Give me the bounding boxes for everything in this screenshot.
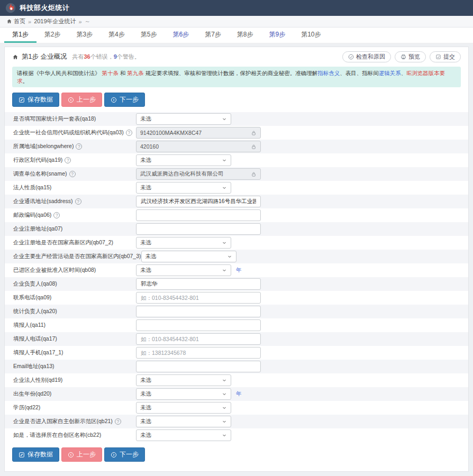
field-control: 未选 bbox=[136, 402, 231, 414]
button-label: 上一步 bbox=[77, 450, 96, 459]
qa11-input[interactable] bbox=[136, 319, 261, 331]
qa17-input[interactable] bbox=[136, 333, 261, 345]
selected-value: 未选 bbox=[140, 115, 151, 123]
notice-text: 和 bbox=[119, 70, 127, 76]
qa06-input[interactable] bbox=[136, 209, 261, 221]
field-label-qa09: 联系电话(qa09) bbox=[13, 294, 136, 301]
field-control bbox=[136, 209, 261, 221]
qa09-input[interactable] bbox=[136, 292, 261, 304]
torch-logo-icon bbox=[5, 3, 16, 13]
form-row-qa09: 联系电话(qa09) bbox=[5, 291, 468, 305]
label-text: 企业负责人(qa08) bbox=[13, 280, 57, 288]
form-row-qa18: 是否填写国家统计局一套表(qa18)未选 bbox=[5, 112, 468, 126]
field-control: 未选 bbox=[136, 182, 231, 194]
printer-button[interactable]: 预览 bbox=[395, 51, 426, 62]
tab-step-7[interactable]: 第7步 bbox=[197, 28, 229, 43]
qb07_3-select[interactable]: 未选 bbox=[141, 251, 236, 262]
help-icon[interactable]: ? bbox=[126, 130, 132, 136]
field-control bbox=[136, 278, 261, 290]
tab-step-1[interactable]: 第1步 bbox=[4, 28, 37, 43]
qa19-select[interactable]: 未选 bbox=[136, 154, 231, 166]
notice-text: 、表目、指标间 bbox=[340, 70, 379, 76]
help-icon[interactable]: ? bbox=[115, 418, 121, 425]
qa15-select[interactable]: 未选 bbox=[136, 182, 231, 194]
help-icon[interactable]: ? bbox=[65, 157, 71, 163]
notice-text: 、 bbox=[401, 70, 407, 76]
field-control bbox=[136, 333, 261, 345]
breadcrumb-home[interactable]: 首页 bbox=[6, 17, 25, 25]
prev-step-button[interactable]: 上一步 bbox=[61, 93, 102, 107]
label-text: 调查单位名称(sname) bbox=[13, 170, 67, 178]
next-step-button[interactable]: 下一步 bbox=[104, 447, 145, 462]
tab-step-10[interactable]: 第10步 bbox=[293, 28, 329, 43]
field-label-qa15: 法人性质(qa15) bbox=[13, 184, 136, 191]
label-text: 已进区企业被批准入区时间(qb08) bbox=[13, 267, 96, 274]
form-row-qa19: 行政区划代码(qa19)?未选 bbox=[5, 153, 468, 167]
next-step-button[interactable]: 下一步 bbox=[104, 93, 145, 107]
step-tabs: 第1步第2步第3步第4步第5步第6步第7步第8步第9步第10步 bbox=[0, 28, 473, 43]
prev-step-button[interactable]: 上一步 bbox=[61, 447, 102, 462]
field-control bbox=[136, 223, 261, 235]
label-text: 企业通讯地址(saddress) bbox=[13, 198, 73, 205]
button-label: 下一步 bbox=[120, 450, 139, 459]
qd19-select[interactable]: 未选 bbox=[136, 374, 231, 386]
label-text: 企业注册地是否在国家高新区内(qb07_2) bbox=[13, 239, 113, 246]
notice-link[interactable]: 指标含义 bbox=[317, 70, 340, 76]
tab-step-4[interactable]: 第4步 bbox=[101, 28, 133, 43]
qa17_1-input[interactable] bbox=[136, 347, 261, 359]
field-label-qa19: 行政区划代码(qa19)? bbox=[13, 157, 136, 164]
tab-step-2[interactable]: 第2步 bbox=[37, 28, 69, 43]
form-row-sbelongwhere: 所属地域(sbelongwhere)?420160 bbox=[5, 140, 468, 153]
qa13-input[interactable] bbox=[136, 361, 261, 372]
field-control bbox=[136, 292, 261, 304]
help-icon[interactable]: ? bbox=[76, 143, 82, 150]
qa20-input[interactable] bbox=[136, 306, 261, 317]
field-label-qd20: 出生年份(qd20) bbox=[13, 390, 136, 398]
lock-icon bbox=[251, 171, 257, 177]
cb22-select[interactable]: 未选 bbox=[136, 429, 231, 441]
form-row-saddress: 企业通讯地址(saddress)? bbox=[5, 195, 468, 208]
qd22-select[interactable]: 未选 bbox=[136, 402, 231, 414]
selected-value: 未选 bbox=[140, 157, 151, 164]
selected-value: 未选 bbox=[140, 239, 151, 246]
notice-link[interactable]: 逻辑关系 bbox=[379, 70, 401, 76]
save-data-button[interactable]: 保存数据 bbox=[12, 447, 59, 462]
label-text: 填报人手机(qa17_1) bbox=[13, 349, 63, 356]
help-icon[interactable]: ? bbox=[53, 212, 60, 218]
field-label-qb07_2: 企业注册地是否在国家高新区内(qb07_2) bbox=[13, 239, 136, 246]
form-row-qb08: 已进区企业被批准入区时间(qb08)未选年 bbox=[5, 263, 468, 277]
qb21-select[interactable]: 未选 bbox=[136, 416, 231, 427]
label-text: 企业法人性别(qd19) bbox=[13, 377, 62, 384]
check-circle-button[interactable]: 检查和原因 bbox=[342, 51, 391, 62]
field-control: 未选年 bbox=[136, 264, 242, 276]
field-label-cb22: 如是，请选择所在自创区名称(cb22) bbox=[13, 432, 136, 439]
lock-icon bbox=[251, 144, 257, 150]
tab-step-6[interactable]: 第6步 bbox=[165, 28, 197, 43]
help-icon[interactable]: ? bbox=[75, 198, 81, 205]
tab-step-9[interactable]: 第9步 bbox=[261, 28, 294, 43]
form-row-qa06: 邮政编码(qa06)? bbox=[5, 208, 468, 222]
qa18-select[interactable]: 未选 bbox=[136, 113, 231, 125]
label-text: 是否填写国家统计局一套表(qa18) bbox=[13, 115, 96, 123]
breadcrumb-item-current: ～ bbox=[85, 17, 90, 25]
qb07_2-select[interactable]: 未选 bbox=[136, 237, 231, 249]
breadcrumb-item-survey[interactable]: 2019年企业统计 bbox=[34, 17, 76, 25]
qa08-input[interactable] bbox=[136, 278, 261, 290]
saddress-input[interactable] bbox=[136, 196, 261, 207]
field-label-qa17_1: 填报人手机(qa17_1) bbox=[13, 349, 136, 356]
field-label-qd19: 企业法人性别(qd19) bbox=[13, 377, 136, 384]
breadcrumb-separator: » bbox=[79, 19, 82, 25]
tab-step-8[interactable]: 第8步 bbox=[229, 28, 261, 43]
submit-button[interactable]: 提交 bbox=[430, 51, 461, 62]
qa07-input[interactable] bbox=[136, 223, 261, 235]
home-icon bbox=[6, 19, 12, 24]
help-icon[interactable]: ? bbox=[69, 171, 76, 177]
tab-step-5[interactable]: 第5步 bbox=[133, 28, 165, 43]
page-title: 第1步 企业概况 bbox=[22, 52, 67, 61]
save-data-button[interactable]: 保存数据 bbox=[12, 93, 59, 107]
qb08-select[interactable]: 未选 bbox=[136, 264, 231, 276]
chevron-down-icon bbox=[222, 378, 227, 383]
tab-step-3[interactable]: 第3步 bbox=[68, 28, 101, 43]
qd20-select[interactable]: 未选 bbox=[136, 388, 231, 400]
field-control: 武汉威派腾达自动化科技有限公司 bbox=[136, 168, 261, 180]
